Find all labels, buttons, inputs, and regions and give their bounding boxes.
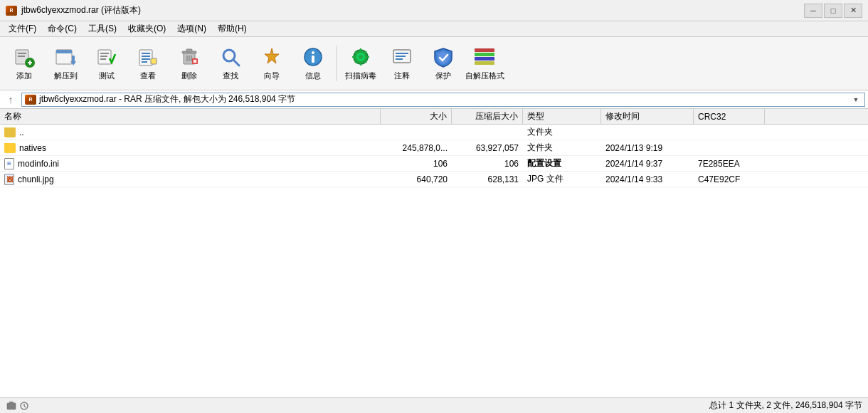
tool-find-label: 查找 [223,70,238,81]
svg-rect-16 [142,56,150,57]
file-modified-cell: 2024/1/14 9:37 [601,159,694,169]
svg-rect-22 [186,49,192,52]
file-name-cell: .. [0,127,381,137]
table-row[interactable]: chunli.jpg 640,720 628,131 JPG 文件 2024/1… [0,172,868,187]
tool-comment-button[interactable]: 注释 [382,41,422,86]
up-arrow-icon: ↑ [9,94,14,105]
status-icon-1 [6,400,17,412]
svg-rect-55 [9,402,14,404]
svg-line-30 [233,60,239,66]
file-list: .. 文件夹 natives 245,878,0... 63,927,057 文… [0,125,868,397]
svg-rect-11 [100,53,109,54]
svg-line-58 [24,406,26,407]
svg-rect-51 [475,53,494,56]
comment-icon [391,46,413,68]
table-row[interactable]: natives 245,878,0... 63,927,057 文件夹 2024… [0,140,868,156]
status-left [6,400,30,412]
column-header: 名称 大小 压缩后大小 类型 修改时间 CRC32 [0,109,868,125]
tool-add-button[interactable]: 添加 [4,41,44,86]
tool-sfx-button[interactable]: 自解压格式 [465,41,504,86]
navigate-up-button[interactable]: ↑ [3,93,18,107]
menu-tools[interactable]: 工具(S) [83,21,122,36]
menu-command[interactable]: 命令(C) [42,21,83,36]
tool-extract-button[interactable]: 解压到 [46,41,85,86]
tool-delete-button[interactable]: 删除 [169,41,209,86]
file-size-cell: 245,878,0... [381,143,452,153]
address-field[interactable]: R jtbw6clyexxzmod.rar - RAR 压缩文件, 解包大小为 … [21,93,865,107]
tool-view-label: 查看 [140,70,156,81]
file-name: modinfo.ini [18,159,59,169]
file-modified-cell: 2024/1/14 9:33 [601,174,694,184]
minimize-button[interactable]: ─ [804,4,822,18]
menu-file[interactable]: 文件(F) [3,21,42,36]
file-name-cell: natives [0,143,381,153]
svg-point-37 [359,55,363,59]
column-name-header[interactable]: 名称 [0,109,381,124]
svg-rect-53 [475,61,494,65]
address-dropdown-button[interactable]: ▼ [850,94,862,105]
wizard-icon [260,46,283,68]
add-icon [13,46,36,68]
svg-rect-1 [18,53,26,54]
file-modified-cell: 2024/1/13 9:19 [601,143,694,153]
svg-rect-34 [312,56,314,63]
column-size-header[interactable]: 大小 [381,109,452,124]
svg-rect-14 [139,50,152,66]
column-packed-header[interactable]: 压缩后大小 [452,109,523,124]
svg-rect-50 [475,48,494,52]
status-icon-2 [18,400,30,412]
status-summary: 总计 1 文件夹, 2 文件, 246,518,904 字节 [709,399,862,412]
delete-icon [178,46,201,68]
svg-line-42 [355,51,356,53]
svg-rect-15 [142,53,150,54]
maximize-button[interactable]: □ [824,4,842,18]
column-crc-header[interactable]: CRC32 [694,109,765,124]
menu-options[interactable]: 选项(N) [171,21,212,36]
column-type-header[interactable]: 类型 [523,109,601,124]
file-type-cell: 文件夹 [523,142,601,154]
menu-help[interactable]: 帮助(H) [212,21,253,36]
tool-info-button[interactable]: 信息 [293,41,333,86]
tool-protect-button[interactable]: 保护 [423,41,463,86]
window-controls: ─ □ ✕ [804,4,862,18]
title-bar-left: R jtbw6clyexxzmod.rar (评估版本) [6,4,141,16]
tool-protect-label: 保护 [435,70,451,81]
rar-icon: R [25,95,36,105]
file-crc-cell: C47E92CF [694,174,765,184]
table-row[interactable]: modinfo.ini 106 106 配置设置 2024/1/14 9:37 … [0,156,868,172]
tool-virus-button[interactable]: 扫描病毒 [341,41,381,86]
window-title: jtbw6clyexxzmod.rar (评估版本) [21,4,141,16]
column-modified-header[interactable]: 修改时间 [601,109,694,124]
svg-rect-13 [100,58,106,60]
tool-virus-label: 扫描病毒 [345,70,376,81]
svg-marker-31 [265,48,279,63]
title-bar: R jtbw6clyexxzmod.rar (评估版本) ─ □ ✕ [0,0,868,21]
file-crc-cell: 7E285EEA [694,159,765,169]
svg-rect-2 [18,56,25,57]
menu-bar: 文件(F) 命令(C) 工具(S) 收藏夹(O) 选项(N) 帮助(H) [0,21,868,37]
file-size-cell: 640,720 [381,174,452,184]
tool-find-button[interactable]: 查找 [211,41,250,86]
status-icons [6,400,30,412]
jpg-file-icon [4,174,14,185]
tool-wizard-label: 向导 [264,70,280,81]
app-icon: R [6,5,17,16]
file-packed-cell: 106 [452,159,523,169]
tool-wizard-button[interactable]: 向导 [252,41,292,86]
file-name-cell: chunli.jpg [0,174,381,185]
close-button[interactable]: ✕ [844,4,862,18]
svg-rect-7 [56,50,72,53]
tool-comment-label: 注释 [394,70,410,81]
svg-rect-54 [7,403,16,409]
view-icon [137,46,159,68]
menu-favorites[interactable]: 收藏夹(O) [122,21,171,36]
tool-view-button[interactable]: 查看 [128,41,168,86]
table-row[interactable]: .. 文件夹 [0,125,868,140]
address-bar: ↑ R jtbw6clyexxzmod.rar - RAR 压缩文件, 解包大小… [0,90,868,109]
svg-line-44 [365,51,366,53]
tool-extract-label: 解压到 [54,70,78,81]
file-type-cell: 配置设置 [523,157,601,169]
file-type-cell: JPG 文件 [523,173,601,185]
svg-rect-48 [396,56,406,57]
tool-test-button[interactable]: 测试 [87,41,127,86]
